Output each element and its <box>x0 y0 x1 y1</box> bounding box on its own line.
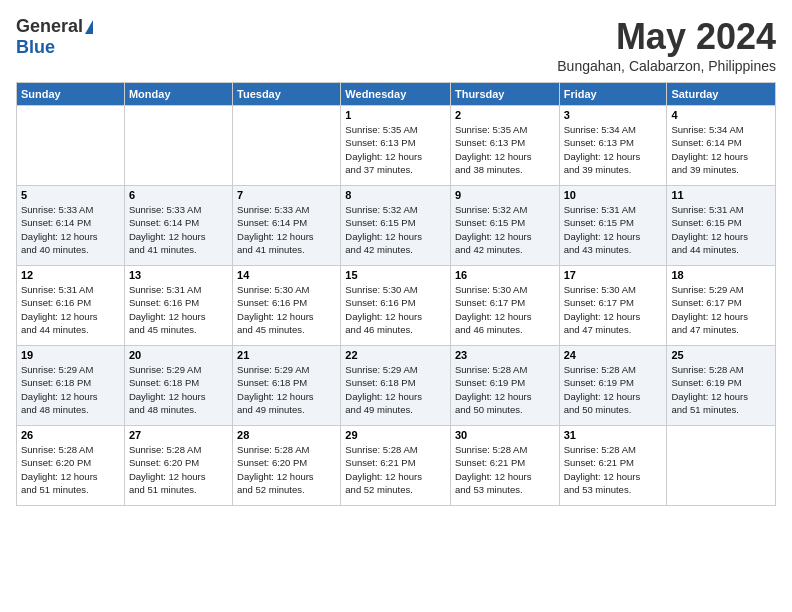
calendar-cell: 25Sunrise: 5:28 AM Sunset: 6:19 PM Dayli… <box>667 346 776 426</box>
col-header-tuesday: Tuesday <box>233 83 341 106</box>
day-number: 26 <box>21 429 120 441</box>
calendar-cell: 16Sunrise: 5:30 AM Sunset: 6:17 PM Dayli… <box>450 266 559 346</box>
day-info: Sunrise: 5:28 AM Sunset: 6:20 PM Dayligh… <box>21 443 120 496</box>
calendar-week-row: 19Sunrise: 5:29 AM Sunset: 6:18 PM Dayli… <box>17 346 776 426</box>
calendar-cell: 2Sunrise: 5:35 AM Sunset: 6:13 PM Daylig… <box>450 106 559 186</box>
calendar-cell: 13Sunrise: 5:31 AM Sunset: 6:16 PM Dayli… <box>124 266 232 346</box>
month-year-title: May 2024 <box>557 16 776 58</box>
day-number: 8 <box>345 189 446 201</box>
day-number: 27 <box>129 429 228 441</box>
day-number: 3 <box>564 109 663 121</box>
calendar-week-row: 5Sunrise: 5:33 AM Sunset: 6:14 PM Daylig… <box>17 186 776 266</box>
day-info: Sunrise: 5:28 AM Sunset: 6:20 PM Dayligh… <box>237 443 336 496</box>
day-info: Sunrise: 5:29 AM Sunset: 6:18 PM Dayligh… <box>21 363 120 416</box>
calendar-header-row: SundayMondayTuesdayWednesdayThursdayFrid… <box>17 83 776 106</box>
day-number: 19 <box>21 349 120 361</box>
day-info: Sunrise: 5:30 AM Sunset: 6:16 PM Dayligh… <box>237 283 336 336</box>
col-header-wednesday: Wednesday <box>341 83 451 106</box>
calendar-cell: 4Sunrise: 5:34 AM Sunset: 6:14 PM Daylig… <box>667 106 776 186</box>
day-number: 21 <box>237 349 336 361</box>
day-info: Sunrise: 5:29 AM Sunset: 6:17 PM Dayligh… <box>671 283 771 336</box>
day-info: Sunrise: 5:29 AM Sunset: 6:18 PM Dayligh… <box>345 363 446 416</box>
calendar-cell: 14Sunrise: 5:30 AM Sunset: 6:16 PM Dayli… <box>233 266 341 346</box>
day-info: Sunrise: 5:28 AM Sunset: 6:19 PM Dayligh… <box>455 363 555 416</box>
day-info: Sunrise: 5:28 AM Sunset: 6:21 PM Dayligh… <box>455 443 555 496</box>
day-number: 6 <box>129 189 228 201</box>
day-number: 15 <box>345 269 446 281</box>
calendar-cell <box>124 106 232 186</box>
day-number: 10 <box>564 189 663 201</box>
day-info: Sunrise: 5:33 AM Sunset: 6:14 PM Dayligh… <box>21 203 120 256</box>
calendar-cell: 28Sunrise: 5:28 AM Sunset: 6:20 PM Dayli… <box>233 426 341 506</box>
calendar-cell: 15Sunrise: 5:30 AM Sunset: 6:16 PM Dayli… <box>341 266 451 346</box>
day-info: Sunrise: 5:33 AM Sunset: 6:14 PM Dayligh… <box>237 203 336 256</box>
day-info: Sunrise: 5:31 AM Sunset: 6:16 PM Dayligh… <box>129 283 228 336</box>
logo: General Blue <box>16 16 93 58</box>
day-info: Sunrise: 5:32 AM Sunset: 6:15 PM Dayligh… <box>455 203 555 256</box>
calendar-cell: 9Sunrise: 5:32 AM Sunset: 6:15 PM Daylig… <box>450 186 559 266</box>
day-number: 20 <box>129 349 228 361</box>
logo-triangle-icon <box>85 20 93 34</box>
col-header-sunday: Sunday <box>17 83 125 106</box>
col-header-saturday: Saturday <box>667 83 776 106</box>
day-info: Sunrise: 5:30 AM Sunset: 6:17 PM Dayligh… <box>455 283 555 336</box>
calendar-cell: 18Sunrise: 5:29 AM Sunset: 6:17 PM Dayli… <box>667 266 776 346</box>
day-number: 17 <box>564 269 663 281</box>
day-number: 14 <box>237 269 336 281</box>
calendar-cell: 24Sunrise: 5:28 AM Sunset: 6:19 PM Dayli… <box>559 346 667 426</box>
calendar-cell: 23Sunrise: 5:28 AM Sunset: 6:19 PM Dayli… <box>450 346 559 426</box>
day-number: 5 <box>21 189 120 201</box>
day-number: 7 <box>237 189 336 201</box>
calendar-cell: 7Sunrise: 5:33 AM Sunset: 6:14 PM Daylig… <box>233 186 341 266</box>
calendar-cell <box>233 106 341 186</box>
calendar-cell: 17Sunrise: 5:30 AM Sunset: 6:17 PM Dayli… <box>559 266 667 346</box>
calendar-cell: 26Sunrise: 5:28 AM Sunset: 6:20 PM Dayli… <box>17 426 125 506</box>
day-number: 29 <box>345 429 446 441</box>
day-info: Sunrise: 5:35 AM Sunset: 6:13 PM Dayligh… <box>455 123 555 176</box>
logo-general-text: General <box>16 16 83 37</box>
day-info: Sunrise: 5:29 AM Sunset: 6:18 PM Dayligh… <box>237 363 336 416</box>
calendar-table: SundayMondayTuesdayWednesdayThursdayFrid… <box>16 82 776 506</box>
calendar-cell: 21Sunrise: 5:29 AM Sunset: 6:18 PM Dayli… <box>233 346 341 426</box>
day-number: 2 <box>455 109 555 121</box>
location-subtitle: Bungahan, Calabarzon, Philippines <box>557 58 776 74</box>
calendar-cell: 30Sunrise: 5:28 AM Sunset: 6:21 PM Dayli… <box>450 426 559 506</box>
day-number: 30 <box>455 429 555 441</box>
day-info: Sunrise: 5:35 AM Sunset: 6:13 PM Dayligh… <box>345 123 446 176</box>
day-info: Sunrise: 5:32 AM Sunset: 6:15 PM Dayligh… <box>345 203 446 256</box>
day-number: 11 <box>671 189 771 201</box>
day-number: 31 <box>564 429 663 441</box>
calendar-cell: 31Sunrise: 5:28 AM Sunset: 6:21 PM Dayli… <box>559 426 667 506</box>
day-info: Sunrise: 5:28 AM Sunset: 6:19 PM Dayligh… <box>671 363 771 416</box>
calendar-cell: 3Sunrise: 5:34 AM Sunset: 6:13 PM Daylig… <box>559 106 667 186</box>
calendar-cell: 8Sunrise: 5:32 AM Sunset: 6:15 PM Daylig… <box>341 186 451 266</box>
col-header-thursday: Thursday <box>450 83 559 106</box>
day-info: Sunrise: 5:33 AM Sunset: 6:14 PM Dayligh… <box>129 203 228 256</box>
col-header-monday: Monday <box>124 83 232 106</box>
day-info: Sunrise: 5:31 AM Sunset: 6:15 PM Dayligh… <box>564 203 663 256</box>
day-info: Sunrise: 5:30 AM Sunset: 6:16 PM Dayligh… <box>345 283 446 336</box>
day-info: Sunrise: 5:31 AM Sunset: 6:16 PM Dayligh… <box>21 283 120 336</box>
page-header: General Blue May 2024 Bungahan, Calabarz… <box>16 16 776 74</box>
day-info: Sunrise: 5:31 AM Sunset: 6:15 PM Dayligh… <box>671 203 771 256</box>
calendar-cell: 6Sunrise: 5:33 AM Sunset: 6:14 PM Daylig… <box>124 186 232 266</box>
day-number: 25 <box>671 349 771 361</box>
calendar-cell: 10Sunrise: 5:31 AM Sunset: 6:15 PM Dayli… <box>559 186 667 266</box>
day-info: Sunrise: 5:28 AM Sunset: 6:20 PM Dayligh… <box>129 443 228 496</box>
day-number: 9 <box>455 189 555 201</box>
day-info: Sunrise: 5:34 AM Sunset: 6:14 PM Dayligh… <box>671 123 771 176</box>
day-info: Sunrise: 5:30 AM Sunset: 6:17 PM Dayligh… <box>564 283 663 336</box>
calendar-cell: 12Sunrise: 5:31 AM Sunset: 6:16 PM Dayli… <box>17 266 125 346</box>
day-info: Sunrise: 5:28 AM Sunset: 6:21 PM Dayligh… <box>564 443 663 496</box>
calendar-cell: 27Sunrise: 5:28 AM Sunset: 6:20 PM Dayli… <box>124 426 232 506</box>
calendar-cell <box>17 106 125 186</box>
calendar-cell <box>667 426 776 506</box>
calendar-week-row: 1Sunrise: 5:35 AM Sunset: 6:13 PM Daylig… <box>17 106 776 186</box>
calendar-cell: 22Sunrise: 5:29 AM Sunset: 6:18 PM Dayli… <box>341 346 451 426</box>
calendar-cell: 19Sunrise: 5:29 AM Sunset: 6:18 PM Dayli… <box>17 346 125 426</box>
day-number: 1 <box>345 109 446 121</box>
day-number: 13 <box>129 269 228 281</box>
day-number: 18 <box>671 269 771 281</box>
day-number: 28 <box>237 429 336 441</box>
calendar-cell: 1Sunrise: 5:35 AM Sunset: 6:13 PM Daylig… <box>341 106 451 186</box>
